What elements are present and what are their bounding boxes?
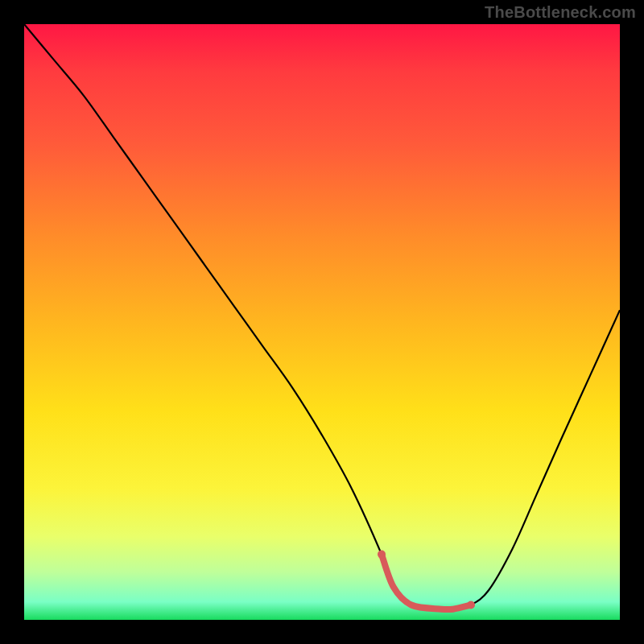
curve-marker-segment (382, 555, 471, 610)
marker-end-dot (467, 601, 475, 609)
plot-area (24, 24, 620, 620)
bottleneck-curve (24, 24, 620, 620)
attribution-text: TheBottleneck.com (485, 3, 636, 22)
curve-line (24, 24, 620, 609)
marker-start-dot (378, 551, 386, 559)
chart-frame: TheBottleneck.com (0, 0, 644, 644)
